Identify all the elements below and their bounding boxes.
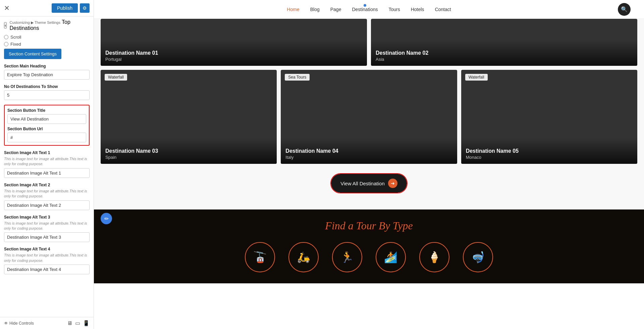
mobile-icon[interactable]: 📱 [83, 320, 90, 326]
panel-breadcrumb-area: Customizing ▶ Theme Settings Top Destina… [9, 19, 90, 31]
device-icons-area: 🖥 ▭ 📱 [67, 320, 90, 326]
dest-name-03: Destination Name 03 [105, 148, 272, 154]
scroll-radio[interactable] [4, 35, 8, 39]
hide-controls-button[interactable]: 👁 Hide Controls [4, 321, 34, 326]
nav-items: Home Blog Page Destinations Tours Hotels… [287, 5, 451, 13]
image-alt-4-group: Section Image Alt Text 4 This is image t… [4, 247, 90, 274]
no-destinations-input[interactable] [4, 90, 90, 100]
tour-section-edit-pencil[interactable]: ✏ [101, 213, 112, 224]
scroll-label: Scroll [10, 35, 21, 40]
image-alt-2-desc: This is image text for image alt attribu… [4, 189, 90, 199]
destinations-wrapper: Destination Name 01 Portugal Destination… [94, 19, 644, 283]
dest-tag-03: Waterfall [105, 74, 127, 81]
no-destinations-group: No Of Destinations To Show [4, 84, 90, 100]
nav-item-contact[interactable]: Contact [435, 5, 451, 13]
nav-item-hotels[interactable]: Hotels [411, 5, 424, 13]
section-button-url-label: Section Button Url [7, 127, 86, 131]
dest-card-01[interactable]: Destination Name 01 Portugal [101, 19, 367, 66]
image-alt-1-label: Section Image Alt Text 1 [4, 150, 90, 155]
publish-area: Publish ⚙ [52, 3, 90, 13]
section-main-heading-group: Section Main Heading [4, 64, 90, 80]
desktop-icon[interactable]: 🖥 [67, 320, 72, 326]
image-alt-2-label: Section Image Alt Text 2 [4, 183, 90, 187]
image-alt-4-desc: This is image text for image alt attribu… [4, 253, 90, 263]
fixed-radio[interactable] [4, 42, 8, 46]
tour-icon-motorbike[interactable]: 🛵 [288, 242, 319, 272]
scroll-radio-row: Scroll [4, 35, 90, 40]
nav-item-tours[interactable]: Tours [388, 5, 400, 13]
view-all-label: View All Destination [340, 181, 384, 186]
image-alt-2-input[interactable] [4, 200, 90, 210]
button-settings-highlight-box: Section Button Title Section Button Url [4, 105, 90, 146]
panel-nav-row: ‹ Customizing ▶ Theme Settings Top Desti… [0, 16, 94, 31]
dest-card-04[interactable]: Sea Tours Destination Name 04 Italy [281, 70, 457, 164]
dest-card-02[interactable]: Destination Name 02 Asia [371, 19, 637, 66]
image-alt-3-desc: This is image text for image alt attribu… [4, 221, 90, 231]
site-navigation: Home Blog Page Destinations Tours Hotels… [94, 0, 644, 19]
view-all-area: View All Destination ➜ [101, 171, 637, 203]
nav-item-page[interactable]: Page [330, 5, 341, 13]
dest-card-03[interactable]: Waterfall Destination Name 03 Spain [101, 70, 277, 164]
dest-tag-04: Sea Tours [285, 74, 310, 81]
gear-button[interactable]: ⚙ [80, 3, 90, 13]
image-alt-3-input[interactable] [4, 232, 90, 242]
tour-icon-diving[interactable]: 🤿 [463, 242, 493, 272]
publish-button[interactable]: Publish [52, 3, 78, 13]
section-button-url-input[interactable] [7, 133, 86, 142]
dest-sub-05: Monaco [466, 155, 633, 160]
view-all-button[interactable]: View All Destination ➜ [331, 174, 407, 193]
section-button-title-group: Section Button Title [7, 108, 86, 124]
tour-icon-gondola[interactable]: 🚡 [245, 242, 275, 272]
dest-card-05[interactable]: Waterfall Destination Name 05 Monaco [461, 70, 637, 164]
fixed-label: Fixed [10, 42, 21, 47]
section-button-title-input[interactable] [7, 114, 86, 124]
hide-controls-label: Hide Controls [9, 321, 34, 326]
section-content-settings-button[interactable]: Section Content Settings [4, 49, 61, 59]
dest-name-04: Destination Name 04 [285, 148, 452, 154]
breadcrumb: Customizing ▶ Theme Settings [9, 20, 60, 25]
panel-scroll-area[interactable]: Scroll Fixed Section Content Settings Se… [0, 31, 94, 317]
tour-section: ✏ Find a Tour By Type 🚡 🛵 🏃 🏄 🍦 🤿 [94, 209, 644, 283]
panel-header: ✕ Publish ⚙ [0, 0, 94, 16]
tablet-icon[interactable]: ▭ [75, 320, 80, 326]
image-alt-3-group: Section Image Alt Text 3 This is image t… [4, 215, 90, 242]
eye-icon: 👁 [4, 321, 8, 326]
search-button[interactable]: 🔍 [618, 3, 631, 16]
dest-name-05: Destination Name 05 [466, 148, 633, 154]
section-main-heading-label: Section Main Heading [4, 64, 90, 68]
section-main-heading-input[interactable] [4, 70, 90, 80]
image-alt-4-label: Section Image Alt Text 4 [4, 247, 90, 251]
dest-sub-02: Asia [376, 57, 633, 62]
tour-icon-surfing[interactable]: 🏄 [376, 242, 406, 272]
nav-item-destinations[interactable]: Destinations [352, 5, 378, 13]
image-alt-1-group: Section Image Alt Text 1 This is image t… [4, 150, 90, 178]
dest-tag-05: Waterfall [465, 74, 488, 81]
left-panel: ✕ Publish ⚙ ‹ Customizing ▶ Theme Settin… [0, 0, 94, 329]
destinations-bottom-grid: Waterfall Destination Name 03 Spain Sea … [101, 70, 637, 164]
section-button-url-group: Section Button Url [7, 127, 86, 142]
nav-item-blog[interactable]: Blog [310, 5, 320, 13]
image-alt-1-desc: This is image text for image alt attribu… [4, 156, 90, 167]
fixed-radio-row: Fixed [4, 42, 90, 47]
section-button-title-label: Section Button Title [7, 108, 86, 113]
tour-icons-row: 🚡 🛵 🏃 🏄 🍦 🤿 [101, 242, 637, 272]
tour-icon-hiking[interactable]: 🏃 [332, 242, 362, 272]
dest-sub-01: Portugal [105, 57, 362, 62]
panel-footer: 👁 Hide Controls 🖥 ▭ 📱 [0, 317, 94, 329]
back-button[interactable]: ‹ [4, 22, 7, 29]
dest-sub-04: Italy [285, 155, 452, 160]
dest-name-02: Destination Name 02 [376, 50, 633, 56]
no-destinations-label: No Of Destinations To Show [4, 84, 90, 89]
arrow-circle-icon: ➜ [388, 179, 397, 188]
dest-sub-03: Spain [105, 155, 272, 160]
image-alt-1-input[interactable] [4, 168, 90, 178]
dest-name-01: Destination Name 01 [105, 50, 362, 56]
tour-icon-icecream[interactable]: 🍦 [419, 242, 449, 272]
image-alt-4-input[interactable] [4, 265, 90, 274]
tour-section-heading: Find a Tour By Type [101, 220, 637, 232]
image-alt-2-group: Section Image Alt Text 2 This is image t… [4, 183, 90, 210]
destinations-section: Destination Name 01 Portugal Destination… [94, 19, 644, 209]
nav-item-home[interactable]: Home [287, 5, 299, 13]
close-button[interactable]: ✕ [4, 4, 10, 12]
main-content: Home Blog Page Destinations Tours Hotels… [94, 0, 644, 329]
